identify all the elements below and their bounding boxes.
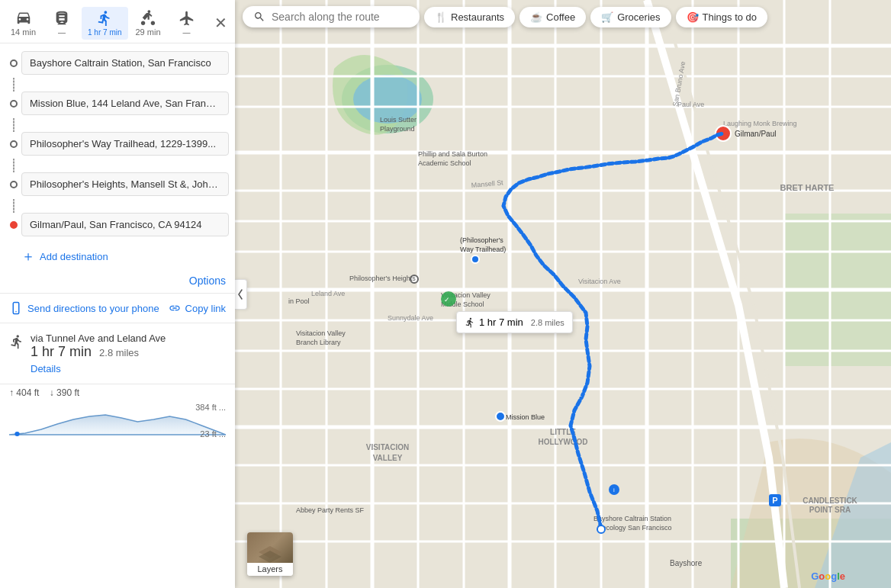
search-input-wrap [243,6,420,27]
action-row: Send directions to your phone Copy link [0,294,235,323]
svg-point-66 [496,412,505,421]
elevation-up: ↑ 404 ft [9,387,39,398]
flight-time: — [183,28,191,37]
svg-point-68 [471,255,479,263]
coffee-icon: ☕ [530,11,542,23]
elevation-max-label: 384 ft ... [195,403,226,412]
svg-text:CANDLESTICK: CANDLESTICK [803,496,857,505]
waypoint-dot-3 [10,140,18,148]
filter-groceries[interactable]: 🛒 Groceries [590,7,671,27]
restaurants-label: Restaurants [451,11,504,23]
filter-restaurants[interactable]: 🍴 Restaurants [424,7,515,27]
link-icon [169,302,181,314]
search-input[interactable] [272,11,409,23]
waypoint-row-5 [6,213,229,236]
svg-text:Laughing Monk Brewing: Laughing Monk Brewing [723,120,797,127]
route-time: 1 hr 7 min [31,344,92,360]
transit-time: — [58,28,66,37]
svg-text:Gilman/Paul: Gilman/Paul [735,130,776,138]
phone-icon [9,301,23,315]
svg-text:Visitacion Valley: Visitacion Valley [296,329,346,337]
left-panel: 14 min — 1 hr 7 min 29 min — ✕ [0,0,235,588]
walk-time: 1 hr 7 min [88,28,121,37]
waypoint-dot-4 [10,181,18,188]
transport-mode-bar: 14 min — 1 hr 7 min 29 min — ✕ [0,0,235,43]
things-label: Things to do [703,11,758,23]
layers-button[interactable]: Layers [247,532,293,576]
svg-text:VISITACION: VISITACION [366,443,409,451]
google-logo: Google [811,570,845,582]
svg-text:Bayshore: Bayshore [670,559,703,567]
options-button[interactable]: Options [189,275,226,287]
transport-mode-drive[interactable]: 14 min [5,6,42,40]
svg-text:P: P [772,496,777,505]
waypoint-input-4[interactable] [21,172,229,196]
svg-text:VALLEY: VALLEY [373,454,403,462]
send-directions-label: Send directions to your phone [27,303,159,314]
map-search-bar: 🍴 Restaurants ☕ Coffee 🛒 Groceries 🎯 Thi… [243,6,883,27]
restaurants-icon: 🍴 [435,11,447,23]
waypoint-icon-1 [6,59,21,67]
transport-mode-flight[interactable]: — [169,7,205,40]
svg-text:Recology San Francisco: Recology San Francisco [597,524,672,532]
waypoint-dot-2 [10,100,18,108]
send-directions-button[interactable]: Send directions to your phone [9,301,159,315]
copy-link-button[interactable]: Copy link [169,302,226,314]
transport-mode-walk[interactable]: 1 hr 7 min [82,7,127,40]
route-via: via Tunnel Ave and Leland Ave [31,333,226,344]
groceries-label: Groceries [617,11,660,23]
waypoint-input-2[interactable] [21,92,229,115]
svg-text:Way Trailhead): Way Trailhead) [460,246,506,253]
svg-text:Mission Blue: Mission Blue [506,413,545,421]
svg-point-2 [14,432,19,436]
route-distance: 2.8 miles [99,347,139,358]
svg-text:Branch Library: Branch Library [296,339,341,346]
svg-point-73 [597,525,605,533]
svg-point-1 [15,311,17,313]
coffee-label: Coffee [546,11,575,23]
waypoint-row-2 [6,92,229,115]
elevation-stats: ↑ 404 ft ↓ 390 ft [9,387,226,398]
transport-mode-transit[interactable]: — [43,7,80,40]
svg-text:Sunnydale Ave: Sunnydale Ave [388,314,433,322]
waypoint-icon-4 [6,181,21,188]
svg-text:i: i [522,321,523,328]
svg-text:i: i [613,487,615,493]
cycle-time: 29 min [136,27,161,37]
route-info: via Tunnel Ave and Leland Ave 1 hr 7 min… [0,323,235,384]
transport-mode-cycle[interactable]: 29 min [130,6,167,40]
waypoint-row-1 [6,51,229,75]
waypoint-input-5[interactable] [21,213,229,236]
svg-text:✓: ✓ [444,296,450,304]
svg-text:HOLLYWOOD: HOLLYWOOD [538,438,587,446]
waypoint-input-3[interactable] [21,132,229,156]
svg-text:Paul Ave: Paul Ave [677,101,704,108]
filter-things[interactable]: 🎯 Things to do [676,7,768,27]
collapse-panel-button[interactable] [235,279,247,310]
elevation-section: ↑ 404 ft ↓ 390 ft 384 ft ... 23 ft ... [0,384,235,451]
details-link[interactable]: Details [9,360,61,381]
waypoints-section [0,43,235,243]
connector-4-5 [13,199,14,213]
map-background[interactable]: BRET HARTE VISITACION VALLEY LITTLE HOLL… [235,0,891,588]
copy-link-label: Copy link [185,303,226,314]
connector-1-2 [13,78,14,92]
filter-coffee[interactable]: ☕ Coffee [519,7,586,27]
add-destination[interactable]: ＋ Add destination [0,243,235,272]
svg-text:Playground: Playground [380,125,415,133]
layers-thumb-img [259,546,281,563]
waypoint-dot-5 [10,221,18,229]
close-button[interactable]: ✕ [211,11,230,35]
svg-text:(Philosopher's: (Philosopher's [460,236,503,244]
svg-text:Philosopher's Heights: Philosopher's Heights [349,275,416,282]
svg-text:BRET HARTE: BRET HARTE [780,183,835,192]
svg-text:Phillip and Sala Burton: Phillip and Sala Burton [418,150,487,158]
drive-time: 14 min [11,27,36,37]
svg-text:Visitacion Ave: Visitacion Ave [578,278,621,285]
waypoint-input-1[interactable] [21,51,229,75]
waypoint-row-4 [6,172,229,196]
waypoint-row-3 [6,132,229,156]
map-area: BRET HARTE VISITACION VALLEY LITTLE HOLL… [235,0,891,588]
waypoint-icon-5 [6,221,21,229]
route-description: via Tunnel Ave and Leland Ave 1 hr 7 min… [31,333,226,360]
